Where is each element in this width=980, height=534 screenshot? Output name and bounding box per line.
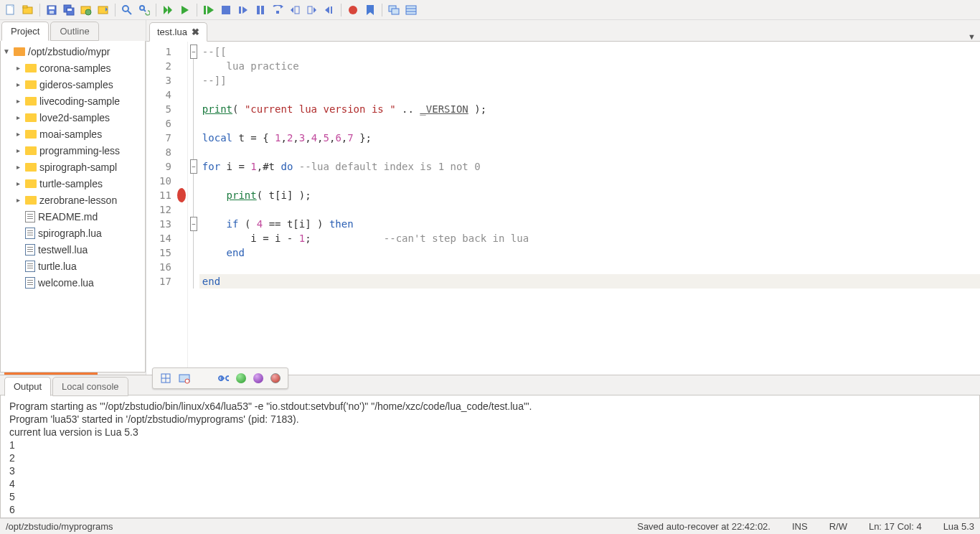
code-line[interactable]: i = i - 1; --can't step back in lua: [199, 231, 980, 245]
recent-icon[interactable]: [95, 2, 111, 18]
svg-line-13: [128, 11, 131, 14]
code-editor[interactable]: 1234567891011121314151617 −−− --[[ lua p…: [146, 42, 980, 375]
svg-point-25: [349, 6, 357, 14]
bottom-tabs: Output Local console: [0, 377, 980, 396]
code-line[interactable]: [199, 88, 980, 102]
editor-tab-test-lua[interactable]: test.lua ✖: [149, 22, 207, 42]
output-line: Program starting as '"/opt/zbstudio/bin/…: [9, 400, 971, 413]
tree-folder[interactable]: ▸zerobrane-lesson: [1, 192, 145, 208]
save-icon[interactable]: [44, 2, 60, 18]
find-replace-icon[interactable]: [136, 2, 152, 18]
step-out-icon[interactable]: [287, 2, 303, 18]
tab-local-console[interactable]: Local console: [52, 377, 128, 396]
tree-folder[interactable]: ▸spirograph-sampl: [1, 159, 145, 175]
tree-folder[interactable]: ▸turtle-samples: [1, 175, 145, 192]
svg-rect-4: [49, 6, 55, 9]
step-over-icon[interactable]: [235, 2, 251, 18]
bottom-pane: Output Local console Program starting as…: [0, 375, 980, 518]
svg-rect-19: [257, 6, 260, 14]
svg-rect-28: [406, 6, 416, 14]
code-line[interactable]: print( "current lua version is " .. _VER…: [199, 102, 980, 116]
breakpoint-gutter[interactable]: [176, 42, 187, 375]
svg-point-12: [123, 6, 128, 11]
sidebar-tabs: Project Outline: [0, 22, 146, 41]
project-tree[interactable]: ▼/opt/zbstudio/mypr▸corona-samples▸gider…: [0, 39, 146, 373]
run-icon[interactable]: [160, 2, 176, 18]
code-line[interactable]: --[[: [199, 44, 980, 59]
tree-root[interactable]: ▼/opt/zbstudio/mypr: [1, 43, 145, 60]
tree-file[interactable]: spirograph.lua: [1, 225, 145, 241]
debug-start-icon[interactable]: [201, 2, 217, 18]
output-content[interactable]: Program starting as '"/opt/zbstudio/bin/…: [0, 395, 980, 518]
code-line[interactable]: lua practice: [199, 59, 980, 73]
save-all-icon[interactable]: [61, 2, 77, 18]
svg-rect-24: [331, 6, 332, 14]
tree-folder[interactable]: ▸love2d-samples: [1, 109, 145, 126]
tree-file[interactable]: welcome.lua: [1, 274, 145, 291]
code-line[interactable]: [199, 145, 980, 159]
svg-rect-8: [67, 9, 72, 11]
code-line[interactable]: [199, 116, 980, 131]
step-into-icon[interactable]: [270, 2, 286, 18]
pause-icon[interactable]: [253, 2, 268, 18]
svg-rect-2: [23, 6, 27, 8]
code-line[interactable]: local t = { 1,2,3,4,5,6,7 };: [199, 131, 980, 145]
svg-rect-5: [50, 11, 54, 14]
code-line[interactable]: end: [199, 245, 980, 260]
project-icon[interactable]: [78, 2, 94, 18]
tree-folder[interactable]: ▸livecoding-sample: [1, 93, 145, 109]
tab-outline[interactable]: Outline: [50, 22, 98, 41]
code-line[interactable]: [199, 202, 980, 217]
code-line[interactable]: if ( 4 == t[i] ) then: [199, 217, 980, 231]
output-line: 2: [9, 451, 971, 464]
svg-rect-27: [392, 9, 399, 14]
tree-folder[interactable]: ▸corona-samples: [1, 60, 145, 76]
tree-folder[interactable]: ▸programming-less: [1, 142, 145, 159]
run-single-icon[interactable]: [177, 2, 193, 18]
svg-rect-23: [308, 6, 312, 14]
code-line[interactable]: end: [199, 274, 980, 289]
project-sidebar: Project Outline ▼/opt/zbstudio/mypr▸coro…: [0, 20, 146, 375]
code-content[interactable]: --[[ lua practice--]]print( "current lua…: [199, 42, 980, 375]
code-line[interactable]: [199, 174, 980, 188]
step-back-icon[interactable]: [304, 2, 320, 18]
watch-icon[interactable]: [403, 2, 419, 18]
tab-output[interactable]: Output: [4, 377, 51, 396]
tree-folder[interactable]: ▸gideros-samples: [1, 76, 145, 93]
tab-project[interactable]: Project: [1, 22, 49, 41]
code-line[interactable]: for i = 1,#t do --lua default index is 1…: [199, 159, 980, 174]
fold-gutter[interactable]: −−−: [188, 42, 199, 375]
output-line: 6: [9, 503, 971, 516]
output-line: current lua version is Lua 5.3: [9, 426, 971, 439]
code-line[interactable]: print( t[i] );: [199, 188, 980, 202]
status-lang: Lua 5.3: [943, 521, 974, 532]
status-save-msg: Saved auto-recover at 22:42:02.: [637, 521, 771, 532]
breakpoint-marker[interactable]: [177, 188, 186, 202]
fold-toggle[interactable]: −: [190, 217, 197, 231]
output-line: 5: [9, 490, 971, 503]
code-line[interactable]: --]]: [199, 73, 980, 88]
stop-icon[interactable]: [218, 2, 234, 18]
tree-file[interactable]: testwell.lua: [1, 241, 145, 258]
new-file-icon[interactable]: [3, 2, 19, 18]
fold-toggle[interactable]: −: [190, 44, 197, 59]
status-bar: /opt/zbstudio/myprograms Saved auto-reco…: [0, 518, 980, 534]
open-icon[interactable]: [20, 2, 36, 18]
tree-file[interactable]: README.md: [1, 208, 145, 225]
status-rw: R/W: [829, 521, 847, 532]
output-line: 1: [9, 439, 971, 451]
tree-folder[interactable]: ▸moai-samples: [1, 126, 145, 142]
output-line: Program 'lua53' started in '/opt/zbstudi…: [9, 413, 971, 426]
svg-rect-16: [204, 6, 206, 14]
code-line[interactable]: [199, 260, 980, 274]
fold-toggle[interactable]: −: [190, 159, 197, 174]
breakpoint-icon[interactable]: [345, 2, 361, 18]
tab-overflow-icon[interactable]: ▼: [968, 32, 976, 41]
find-icon[interactable]: [119, 2, 135, 18]
run-to-icon[interactable]: [321, 2, 337, 18]
stack-icon[interactable]: [386, 2, 402, 18]
close-icon[interactable]: ✖: [192, 27, 199, 37]
tree-file[interactable]: turtle.lua: [1, 258, 145, 274]
bookmark-icon[interactable]: [362, 2, 378, 18]
output-line: 3: [9, 464, 971, 477]
